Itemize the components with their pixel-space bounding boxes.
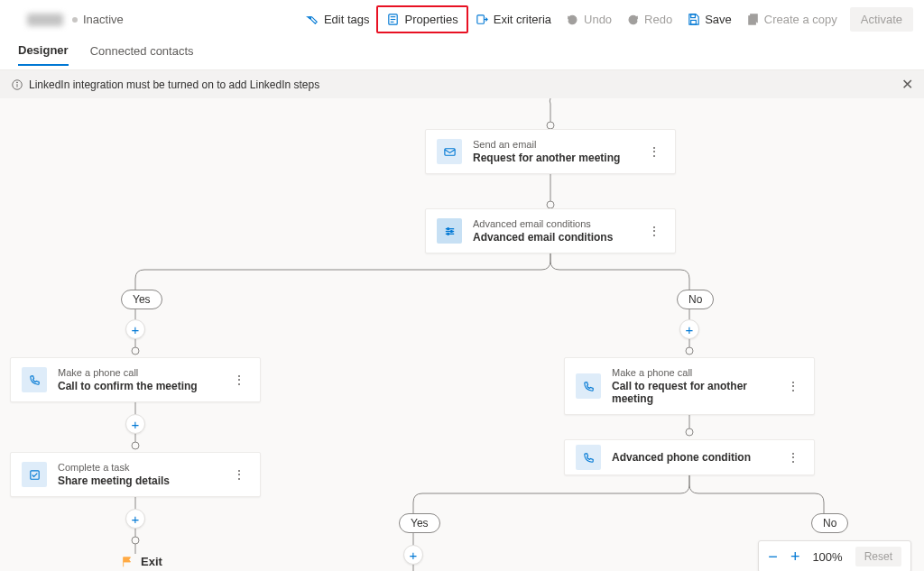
- undo-button: Undo: [559, 8, 619, 31]
- node-category: Make a phone call: [58, 367, 229, 378]
- banner-text: LinkedIn integration must be turned on t…: [29, 78, 319, 91]
- node-category: Complete a task: [58, 462, 229, 473]
- svg-point-14: [547, 122, 554, 129]
- svg-rect-6: [477, 15, 485, 23]
- banner-close-icon[interactable]: ✕: [901, 76, 913, 93]
- node-title: Request for another meeting: [473, 152, 644, 164]
- exit-label: Exit: [141, 555, 162, 568]
- svg-point-20: [132, 442, 139, 449]
- task-icon: [22, 462, 47, 487]
- phone-icon: [576, 373, 601, 399]
- node-menu-icon[interactable]: ⋮: [783, 379, 803, 393]
- undo-label: Undo: [584, 13, 612, 26]
- edit-tags-label: Edit tags: [324, 13, 370, 26]
- node-category: Make a phone call: [612, 367, 783, 378]
- create-copy-label: Create a copy: [764, 13, 837, 26]
- conditions-icon: [437, 218, 462, 244]
- svg-point-27: [686, 428, 693, 436]
- branch-no: No: [677, 290, 714, 309]
- save-label: Save: [705, 13, 732, 26]
- node-call-confirm[interactable]: Make a phone call Call to confirm the me…: [10, 357, 261, 402]
- exit-criteria-label: Exit criteria: [494, 13, 551, 26]
- node-title: Share meeting details: [58, 474, 229, 487]
- node-menu-icon[interactable]: ⋮: [229, 373, 249, 387]
- node-send-email[interactable]: Send an email Request for another meetin…: [425, 129, 676, 174]
- svg-point-25: [686, 347, 693, 355]
- properties-button[interactable]: Properties: [379, 8, 465, 31]
- svg-point-16: [547, 201, 554, 208]
- node-menu-icon[interactable]: ⋮: [229, 467, 249, 482]
- node-title: Advanced email conditions: [473, 231, 644, 244]
- designer-canvas[interactable]: Send an email Request for another meetin…: [0, 98, 924, 571]
- status-indicator: [72, 17, 78, 23]
- add-step-button[interactable]: +: [125, 414, 145, 434]
- node-title: Call to confirm the meeting: [58, 380, 229, 392]
- node-menu-icon[interactable]: ⋮: [783, 450, 803, 465]
- node-call-request[interactable]: Make a phone call Call to request for an…: [564, 357, 815, 415]
- edit-tags-button[interactable]: Edit tags: [299, 8, 377, 31]
- svg-point-35: [447, 233, 448, 235]
- phone-icon: [576, 445, 601, 470]
- email-icon: [437, 139, 462, 164]
- exit-criteria-button[interactable]: Exit criteria: [468, 8, 559, 31]
- flag-icon: [121, 556, 134, 568]
- activate-button: Activate: [850, 7, 913, 32]
- node-email-conditions[interactable]: Advanced email conditions Advanced email…: [425, 208, 676, 253]
- add-step-button[interactable]: +: [125, 319, 145, 339]
- svg-point-1: [310, 17, 311, 19]
- node-menu-icon[interactable]: ⋮: [644, 224, 664, 238]
- redo-button: Redo: [619, 8, 679, 31]
- tab-connected-contacts[interactable]: Connected contacts: [90, 44, 194, 65]
- svg-point-34: [450, 230, 452, 232]
- node-title: Advanced phone condition: [612, 451, 783, 464]
- svg-point-33: [447, 227, 448, 229]
- branch-yes: Yes: [121, 290, 162, 309]
- exit-node: Exit: [121, 555, 162, 568]
- properties-highlight: Properties: [376, 5, 467, 33]
- status-text: Inactive: [83, 13, 124, 26]
- zoom-out-button[interactable]: −: [768, 548, 778, 565]
- zoom-in-button[interactable]: +: [790, 548, 800, 565]
- node-menu-icon[interactable]: ⋮: [644, 144, 664, 159]
- node-category: Send an email: [473, 139, 644, 150]
- sequence-name: [27, 14, 63, 26]
- node-phone-condition[interactable]: Advanced phone condition ⋮: [564, 439, 815, 475]
- add-step-button[interactable]: +: [679, 319, 699, 339]
- create-copy-button: Create a copy: [739, 8, 845, 31]
- branch-no-2: No: [811, 513, 848, 533]
- properties-label: Properties: [404, 13, 457, 26]
- svg-point-18: [132, 347, 139, 355]
- add-step-button[interactable]: +: [125, 509, 145, 529]
- tab-designer[interactable]: Designer: [18, 43, 69, 66]
- save-button[interactable]: Save: [679, 8, 739, 31]
- node-category: Advanced email conditions: [473, 218, 644, 229]
- svg-point-12: [17, 81, 18, 82]
- svg-point-22: [132, 537, 139, 544]
- redo-label: Redo: [644, 13, 672, 26]
- add-step-button[interactable]: +: [403, 545, 423, 565]
- zoom-controls: − + 100% Reset: [758, 540, 911, 571]
- info-icon: [11, 78, 23, 91]
- zoom-level: 100%: [812, 550, 842, 564]
- svg-rect-36: [30, 470, 38, 478]
- svg-rect-7: [691, 14, 696, 18]
- branch-yes-2: Yes: [399, 513, 440, 533]
- svg-rect-8: [691, 20, 697, 24]
- svg-rect-29: [444, 148, 454, 155]
- zoom-reset-button[interactable]: Reset: [855, 547, 901, 566]
- node-title: Call to request for another meeting: [612, 380, 783, 405]
- back-button[interactable]: [11, 8, 18, 32]
- node-complete-task[interactable]: Complete a task Share meeting details ⋮: [10, 452, 261, 497]
- phone-icon: [22, 367, 47, 392]
